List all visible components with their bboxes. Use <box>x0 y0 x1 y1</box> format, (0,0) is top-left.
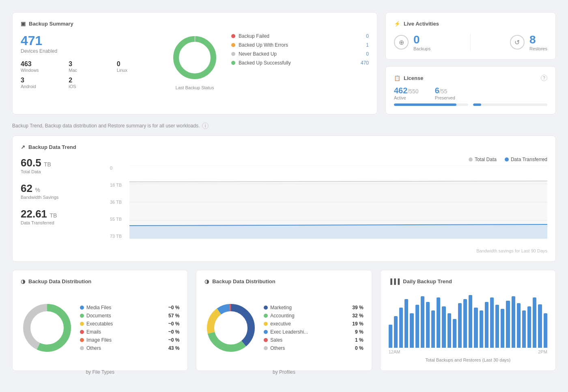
dist-files-legend-4: Image Files ~0 % <box>80 337 179 343</box>
bar-item <box>474 308 478 348</box>
la-divider <box>470 33 471 51</box>
devices-enabled-label: Devices Enabled <box>21 48 158 54</box>
restores-label: Restores <box>529 46 547 51</box>
bar-item <box>527 306 531 348</box>
lic-active-num: 462/550 <box>394 86 419 95</box>
la-backups-info: 0 Backups <box>413 33 430 51</box>
legend-val-errors: 1 <box>361 42 369 48</box>
bar-item <box>399 308 403 348</box>
bar-item <box>463 299 467 348</box>
legend-dot-never <box>231 52 235 56</box>
legend-val-failed: 0 <box>361 33 369 39</box>
license-card: 📋 License ? 462/550 Active 6/55 Preserve… <box>385 66 556 114</box>
dist-profiles-body: Marketing 39 % Accounting 32 % executive… <box>204 291 363 375</box>
trend-legend-transferred: Data Transferred <box>505 157 547 162</box>
info-notice: Backup Trend, Backup data distribution a… <box>12 123 556 129</box>
bar-item <box>495 305 499 348</box>
bar-fill <box>453 319 456 348</box>
bar-fill <box>517 303 521 348</box>
legend-label-failed: Backup Failed <box>239 33 269 39</box>
legend-label-never: Never Backed Up <box>239 51 277 57</box>
bar-fill <box>474 308 478 348</box>
trend-total-data: 60.5 TB Total Data <box>21 157 102 174</box>
daily-footer: Total Backups and Restores (Last 30 days… <box>389 358 547 362</box>
trend-total-data-label: Total Data <box>21 169 102 174</box>
bar-item <box>469 295 472 348</box>
dist-files-title: ◑ Backup Data Distribution <box>21 278 179 284</box>
chart-note: Bandwidth savings for Last 90 Days <box>110 248 547 253</box>
bar-item <box>394 316 398 348</box>
bar-item <box>458 303 462 348</box>
legend-dot-success <box>231 61 235 65</box>
trend-legend-total: Total Data <box>469 157 497 162</box>
bar-item <box>533 297 536 348</box>
dist-files-legend-5: Others 43 % <box>80 345 179 351</box>
live-activities-card: ⚡ Live Activities ⊕ 0 Backups ↺ <box>385 12 556 60</box>
restores-num: 8 <box>529 33 547 46</box>
dist-profiles-card: ◑ Backup Data Distribution <box>196 270 372 371</box>
trend-legend: Total Data Data Transferred <box>110 157 547 162</box>
lic-active-bar-wrap <box>394 103 468 106</box>
la-restores-info: 8 Restores <box>529 33 547 51</box>
bar-fill <box>544 313 547 348</box>
bar-item <box>522 310 526 348</box>
bar-fill <box>448 313 451 348</box>
y-labels: 73 TB 55 TB 36 TB 18 TB 0 <box>110 166 126 239</box>
chart-inner <box>129 166 547 239</box>
trend-bandwidth-label: Bandwidth Savings <box>21 195 102 200</box>
bar-fill <box>389 325 392 348</box>
trend-legend-total-dot <box>469 157 473 162</box>
bar-item <box>442 306 445 348</box>
legend-val-success: 470 <box>361 60 369 66</box>
lic-preserved-bar-fill <box>473 103 481 106</box>
backup-summary-icon: ▣ <box>21 21 26 27</box>
lic-preserved: 6/55 Preserved <box>435 86 455 100</box>
la-row: ⊕ 0 Backups ↺ 8 Restores <box>394 33 547 51</box>
bar-fill <box>437 297 440 348</box>
trend-transferred-label: Data Transferred <box>21 220 102 225</box>
bar-fill <box>421 296 424 348</box>
trend-legend-transferred-dot <box>505 157 509 162</box>
bar-fill <box>410 313 413 348</box>
bar-item <box>426 302 430 348</box>
donut-label: Last Backup Status <box>176 85 214 90</box>
legend-dot-errors <box>231 43 235 47</box>
bar-fill <box>415 305 419 348</box>
la-backups: ⊕ 0 Backups <box>394 33 430 51</box>
trend-title: ↗ Backup Data Trend <box>21 144 547 150</box>
dist-files-legend-1: Documents 57 % <box>80 313 179 319</box>
trend-left: 60.5 TB Total Data 62 % Bandwidth Saving… <box>21 157 102 253</box>
backups-num: 0 <box>413 33 430 46</box>
bs-grid-item-1: 3 Mac <box>69 60 110 73</box>
bar-chart-wrap <box>389 291 547 348</box>
top-row: ▣ Backup Summary 471 Devices Enabled 463… <box>12 12 556 114</box>
lic-active-label: Active <box>394 95 419 100</box>
license-help-icon[interactable]: ? <box>541 75 547 81</box>
bar-item <box>490 297 494 348</box>
dist-profiles-legend-3: Exec Leadershi... 9 % <box>264 329 363 335</box>
license-icon: 📋 <box>394 75 400 81</box>
trend-svg <box>129 166 547 239</box>
bar-item <box>538 304 542 348</box>
live-activities-title: ⚡ Live Activities <box>394 21 547 27</box>
bs-android-label: Android <box>21 84 62 89</box>
bar-fill <box>495 305 499 348</box>
bar-item <box>410 313 413 348</box>
bs-grid-item-2: 0 Linux <box>117 60 158 73</box>
bar-fill <box>469 295 472 348</box>
bar-item <box>437 297 440 348</box>
dist-files-content: Media Files ~0 % Documents 57 % Executab… <box>21 291 179 364</box>
bar-fill <box>458 303 462 348</box>
bar-fill <box>485 302 488 348</box>
trend-transferred: 22.61 TB Data Transferred <box>21 208 102 225</box>
bs-linux-num: 0 <box>117 60 158 68</box>
bar-fill <box>512 296 515 348</box>
bar-item <box>448 313 451 348</box>
trend-bandwidth: 62 % Bandwidth Savings <box>21 182 102 200</box>
la-restores: ↺ 8 Restores <box>510 33 547 51</box>
bar-item <box>501 309 504 348</box>
dashboard: ▣ Backup Summary 471 Devices Enabled 463… <box>12 12 556 371</box>
dist-profiles-donut <box>204 302 257 354</box>
dist-profiles-legend: Marketing 39 % Accounting 32 % executive… <box>264 305 363 351</box>
bar-item <box>480 310 483 348</box>
